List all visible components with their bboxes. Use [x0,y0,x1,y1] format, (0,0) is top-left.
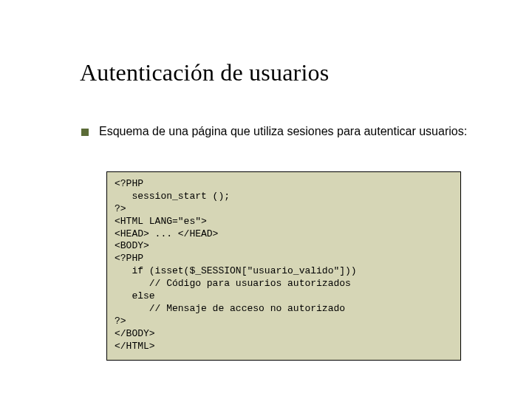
code-block: <?PHP session_start (); ?> <HTML LANG="e… [106,171,461,361]
slide: Autenticación de usuarios Esquema de una… [0,0,532,399]
bullet-text: Esquema de una página que utiliza sesion… [99,124,467,139]
bullet-item: Esquema de una página que utiliza sesion… [81,124,480,139]
page-title: Autenticación de usuarios [80,59,329,86]
square-bullet-icon [81,129,89,136]
